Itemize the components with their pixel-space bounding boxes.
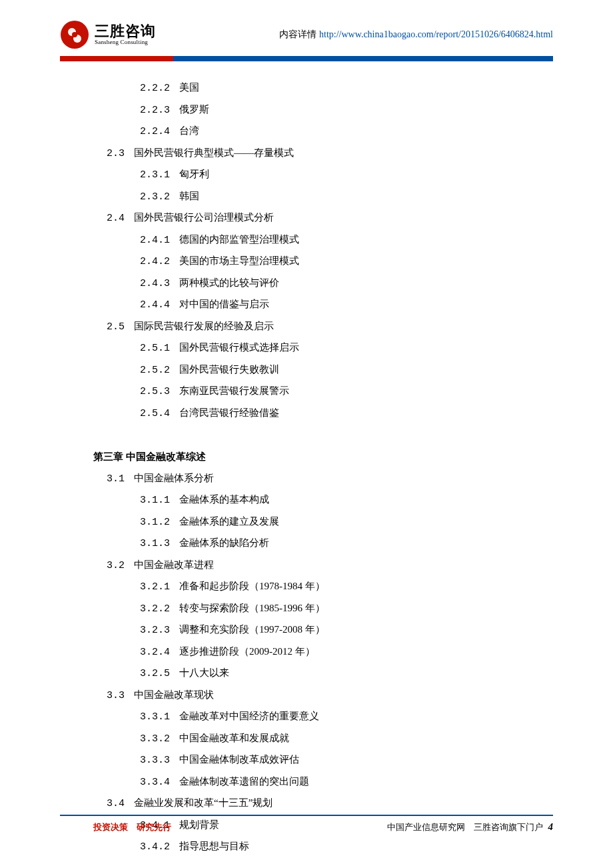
- page-header: 三胜咨询 Sansheng Consulting 内容详情 http://www…: [60, 20, 553, 55]
- toc-number: 3.3.4: [140, 777, 170, 788]
- toc-title: 美国的市场主导型治理模式: [179, 255, 299, 266]
- toc-title: 两种模式的比较与评价: [179, 277, 279, 288]
- toc-entry: 3.2.4逐步推进阶段（2009-2012 年）: [93, 641, 553, 663]
- toc-number: 2.4.2: [140, 256, 170, 267]
- toc-title: 金融体系的建立及发展: [179, 516, 279, 527]
- toc-number: 2.5.4: [140, 408, 170, 419]
- toc-number: 2.5.1: [140, 343, 170, 354]
- toc-number: 2.2.2: [140, 83, 170, 94]
- toc-entry: 2.4.4对中国的借鉴与启示: [93, 294, 553, 316]
- toc-number: 2.4: [107, 213, 125, 224]
- toc-title: 东南亚民营银行发展警示: [179, 385, 289, 396]
- toc-entry: 3.4金融业发展和改革“十三五”规划: [93, 793, 553, 815]
- toc-entry: 3.3.1金融改革对中国经济的重要意义: [93, 706, 553, 728]
- toc-number: 2.3.1: [140, 169, 170, 181]
- toc-number: 3.2.4: [140, 647, 170, 658]
- header-url-link[interactable]: http://www.china1baogao.com/report/20151…: [319, 29, 553, 40]
- toc-entry: 3.4.2指导思想与目标: [93, 836, 553, 858]
- toc-entry: 2.4.1德国的内部监管型治理模式: [93, 229, 553, 251]
- toc-entry: 2.2.3俄罗斯: [93, 99, 553, 121]
- toc-title: 金融业发展和改革“十三五”规划: [134, 797, 273, 808]
- toc-title: 金融体系的基本构成: [179, 494, 269, 505]
- toc-number: 2.5.2: [140, 365, 170, 376]
- toc-title: 德国的内部监管型治理模式: [179, 234, 299, 245]
- toc-number: 3.1: [107, 473, 125, 485]
- toc-title: 国外民营银行模式选择启示: [179, 342, 299, 353]
- toc-entry: 3.3.4金融体制改革遗留的突出问题: [93, 771, 553, 793]
- toc-entry: 3.2.5十八大以来: [93, 663, 553, 685]
- toc-title: 台湾民营银行经验借鉴: [179, 407, 279, 418]
- svg-point-1: [72, 32, 77, 37]
- toc-number: 3.1.1: [140, 495, 170, 506]
- page-number: 4: [548, 821, 554, 833]
- toc-title: 逐步推进阶段（2009-2012 年）: [179, 646, 315, 657]
- toc-title: 俄罗斯: [179, 104, 209, 115]
- toc-entry: 3.1.1金融体系的基本构成: [93, 489, 553, 511]
- toc-entry: 3.2.3调整和充实阶段（1997-2008 年）: [93, 619, 553, 641]
- toc-number: 3.3: [107, 690, 125, 701]
- toc-number: 2.3.2: [140, 191, 170, 203]
- toc-title: 匈牙利: [179, 169, 209, 179]
- toc-number: 3.3.1: [140, 711, 170, 723]
- toc-title: 国外民营银行失败教训: [179, 364, 279, 375]
- toc-entry: 2.5国际民营银行发展的经验及启示: [93, 316, 553, 338]
- toc-title: 中国金融改革进程: [134, 559, 214, 570]
- toc-entry: 3.2中国金融改革进程: [93, 555, 553, 577]
- toc-title: 调整和充实阶段（1997-2008 年）: [179, 624, 325, 635]
- toc-number: 2.4.4: [140, 299, 170, 311]
- toc-title: 准备和起步阶段（1978-1984 年）: [179, 581, 325, 591]
- toc-entry: 3.3.2中国金融改革和发展成就: [93, 728, 553, 750]
- toc-title: 美国: [179, 82, 199, 93]
- toc-title: 金融改革对中国经济的重要意义: [179, 711, 319, 721]
- toc-entry: 2.4.2美国的市场主导型治理模式: [93, 251, 553, 273]
- toc-entry: 2.2.2美国: [93, 77, 553, 99]
- toc-number: 3.2.1: [140, 581, 170, 593]
- toc-entry: 3.1.3金融体系的缺陷分析: [93, 533, 553, 555]
- logo-text-cn: 三胜咨询: [95, 23, 156, 39]
- toc-title: 国际民营银行发展的经验及启示: [134, 321, 274, 331]
- toc-number: 3.2: [107, 560, 125, 571]
- footer-slogan: 投资决策 研究先行: [60, 821, 171, 833]
- toc-entry: 2.3国外民营银行典型模式——存量模式: [93, 143, 553, 165]
- logo-icon: [60, 20, 89, 49]
- toc-entry: 2.4.3两种模式的比较与评价: [93, 273, 553, 295]
- footer-org: 中国产业信息研究网 三胜咨询旗下门户: [387, 821, 543, 833]
- toc-number: 3.1.2: [140, 517, 170, 528]
- toc-entry: 2.2.4台湾: [93, 121, 553, 143]
- toc-number: 3.2.3: [140, 625, 170, 636]
- toc-title: 金融体制改革遗留的突出问题: [179, 776, 309, 787]
- toc-title: 对中国的借鉴与启示: [179, 299, 269, 309]
- toc-entry: 3.1.2金融体系的建立及发展: [93, 511, 553, 533]
- toc-number: 3.2.2: [140, 603, 170, 615]
- header-rule: [60, 56, 553, 61]
- toc-entry: 2.5.4台湾民营银行经验借鉴: [93, 403, 553, 425]
- toc-number: 2.4.1: [140, 235, 170, 246]
- toc-entry: 2.3.2韩国: [93, 186, 553, 208]
- toc-number: 2.5: [107, 321, 125, 333]
- brand-logo: 三胜咨询 Sansheng Consulting: [60, 20, 156, 49]
- toc-entry: 3.3.3中国金融体制改革成效评估: [93, 749, 553, 771]
- toc-entry: 2.3.1匈牙利: [93, 164, 553, 186]
- toc-number: 3.4.2: [140, 841, 170, 853]
- toc-entry: 2.5.3东南亚民营银行发展警示: [93, 381, 553, 403]
- toc-entry: 2.5.1国外民营银行模式选择启示: [93, 337, 553, 359]
- toc-title: 国外民营银行公司治理模式分析: [134, 212, 274, 223]
- toc-title: 转变与探索阶段（1985-1996 年）: [179, 603, 325, 613]
- toc-number: 2.2.3: [140, 105, 170, 116]
- toc-entry: 第三章 中国金融改革综述: [93, 447, 553, 468]
- header-label: 内容详情: [279, 29, 316, 41]
- toc-title: 金融体系的缺陷分析: [179, 537, 269, 548]
- toc-number: 3.4: [107, 798, 125, 809]
- toc-title: 十八大以来: [179, 667, 229, 678]
- page-footer: 投资决策 研究先行 中国产业信息研究网 三胜咨询旗下门户 4: [60, 815, 553, 833]
- logo-text-en: Sansheng Consulting: [95, 39, 156, 46]
- toc-number: 3.2.5: [140, 668, 170, 679]
- toc-entry: 3.1中国金融体系分析: [93, 468, 553, 490]
- toc-number: 3.3.2: [140, 733, 170, 745]
- toc-number: 2.5.3: [140, 386, 170, 397]
- toc-title: 台湾: [179, 125, 199, 136]
- toc-number: 2.3: [107, 148, 125, 159]
- toc-title: 中国金融体制改革成效评估: [179, 754, 299, 765]
- table-of-contents: 2.2.2美国2.2.3俄罗斯2.2.4台湾2.3国外民营银行典型模式——存量模…: [60, 61, 553, 858]
- toc-title: 中国金融改革和发展成就: [179, 733, 289, 743]
